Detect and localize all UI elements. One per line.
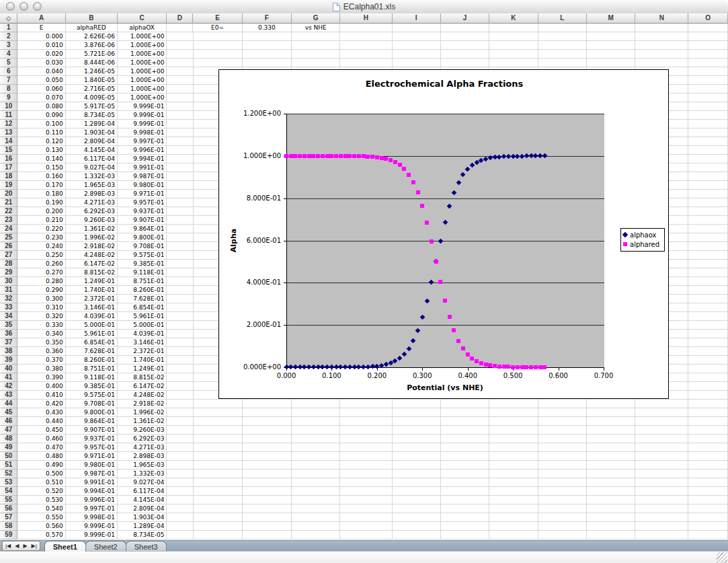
cell-D23[interactable] <box>167 216 193 225</box>
cell-A45[interactable]: 0.430 <box>17 408 65 417</box>
cell-D58[interactable] <box>167 522 193 531</box>
cell-B32[interactable]: 2.372E-01 <box>66 295 118 303</box>
cell-A2[interactable]: 0.000 <box>17 32 65 41</box>
cell-K49[interactable] <box>489 443 538 452</box>
cell-C55[interactable]: 4.145E-04 <box>118 496 167 504</box>
cell-E1[interactable]: E0= <box>193 24 242 32</box>
row-header-24[interactable]: 24 <box>0 225 17 233</box>
cell-F49[interactable] <box>243 443 292 452</box>
cell-B33[interactable]: 3.146E-01 <box>66 303 118 312</box>
cell-A1[interactable]: E <box>17 24 65 32</box>
cell-J44[interactable] <box>441 400 489 408</box>
cell-D49[interactable] <box>167 443 193 452</box>
cell-C7[interactable]: 1.000E+00 <box>118 76 167 85</box>
row-header-38[interactable]: 38 <box>0 347 17 356</box>
cell-B3[interactable]: 3.876E-06 <box>66 41 118 50</box>
cell-M47[interactable] <box>587 426 635 435</box>
cell-A13[interactable]: 0.110 <box>17 128 65 137</box>
cell-J53[interactable] <box>441 478 489 487</box>
cell-O4[interactable] <box>688 50 728 59</box>
cell-D17[interactable] <box>167 163 193 172</box>
cell-G3[interactable] <box>292 41 340 50</box>
cell-A25[interactable]: 0.230 <box>17 233 65 242</box>
cell-C24[interactable]: 9.864E-01 <box>118 225 167 233</box>
cell-O32[interactable] <box>688 295 728 303</box>
cell-J52[interactable] <box>441 470 489 478</box>
row-header-57[interactable]: 57 <box>0 513 17 522</box>
cell-C31[interactable]: 8.260E-01 <box>118 286 167 295</box>
cell-A23[interactable]: 0.210 <box>17 216 65 225</box>
cell-D25[interactable] <box>167 233 193 242</box>
cell-L58[interactable] <box>538 522 587 531</box>
cell-E47[interactable] <box>194 426 243 435</box>
tab-sheet3[interactable]: Sheet3 <box>126 541 167 552</box>
row-header-55[interactable]: 55 <box>0 496 17 504</box>
cell-M55[interactable] <box>587 496 635 504</box>
cell-J50[interactable] <box>441 452 489 461</box>
row-header-34[interactable]: 34 <box>0 312 17 321</box>
cell-M51[interactable] <box>587 461 635 470</box>
cell-L47[interactable] <box>538 426 587 435</box>
cell-A46[interactable]: 0.440 <box>17 417 65 426</box>
cell-K57[interactable] <box>489 513 538 522</box>
cell-J58[interactable] <box>441 522 489 531</box>
cell-E44[interactable] <box>194 400 243 408</box>
cell-F45[interactable] <box>243 408 292 417</box>
cell-C39[interactable]: 1.740E-01 <box>118 356 167 365</box>
cell-D1[interactable] <box>167 24 193 32</box>
cell-J45[interactable] <box>441 408 489 417</box>
cell-F58[interactable] <box>243 522 292 531</box>
row-header-18[interactable]: 18 <box>0 172 17 181</box>
cell-L45[interactable] <box>538 408 587 417</box>
cell-O24[interactable] <box>688 225 728 233</box>
cell-H55[interactable] <box>340 496 392 504</box>
cell-C20[interactable]: 9.971E-01 <box>118 190 167 198</box>
cell-A38[interactable]: 0.360 <box>17 347 65 356</box>
cell-G54[interactable] <box>292 487 340 496</box>
cell-C16[interactable]: 9.994E-01 <box>118 155 167 163</box>
cell-F3[interactable] <box>243 41 292 50</box>
cell-L53[interactable] <box>538 478 587 487</box>
cell-H52[interactable] <box>340 470 392 478</box>
cell-M53[interactable] <box>587 478 635 487</box>
cell-B58[interactable]: 9.999E-01 <box>66 522 118 531</box>
cell-L59[interactable] <box>538 531 587 539</box>
row-header-49[interactable]: 49 <box>0 443 17 452</box>
cell-A15[interactable]: 0.130 <box>17 146 65 155</box>
cell-D53[interactable] <box>167 478 193 487</box>
cell-A48[interactable]: 0.460 <box>17 435 65 443</box>
cell-K58[interactable] <box>489 522 538 531</box>
cell-M5[interactable] <box>587 59 635 67</box>
cell-A43[interactable]: 0.410 <box>17 391 65 400</box>
row-header-32[interactable]: 32 <box>0 295 17 303</box>
cell-K3[interactable] <box>489 41 538 50</box>
row-header-13[interactable]: 13 <box>0 128 17 137</box>
cell-O34[interactable] <box>688 312 728 321</box>
tab-sheet2[interactable]: Sheet2 <box>85 541 126 552</box>
cell-E2[interactable] <box>194 32 243 41</box>
cell-J54[interactable] <box>441 487 489 496</box>
column-header-h[interactable]: H <box>340 13 392 24</box>
cell-K51[interactable] <box>489 461 538 470</box>
cell-I56[interactable] <box>393 504 441 513</box>
cell-I55[interactable] <box>393 496 441 504</box>
cell-G44[interactable] <box>292 400 340 408</box>
cell-G5[interactable] <box>292 59 340 67</box>
cell-K2[interactable] <box>489 32 538 41</box>
cell-M49[interactable] <box>587 443 635 452</box>
cell-D22[interactable] <box>167 207 193 216</box>
cell-H48[interactable] <box>340 435 392 443</box>
cell-O37[interactable] <box>688 338 728 347</box>
cell-G2[interactable] <box>292 32 340 41</box>
cell-C9[interactable]: 1.000E+00 <box>118 93 167 102</box>
cell-A21[interactable]: 0.190 <box>17 198 65 207</box>
cell-K5[interactable] <box>489 59 538 67</box>
cell-F54[interactable] <box>243 487 292 496</box>
cell-A56[interactable]: 0.540 <box>17 504 65 513</box>
cell-C44[interactable]: 2.918E-02 <box>118 400 167 408</box>
cell-C34[interactable]: 5.961E-01 <box>118 312 167 321</box>
cell-D50[interactable] <box>167 452 193 461</box>
cell-M46[interactable] <box>587 417 635 426</box>
cell-G50[interactable] <box>292 452 340 461</box>
cell-H46[interactable] <box>340 417 392 426</box>
